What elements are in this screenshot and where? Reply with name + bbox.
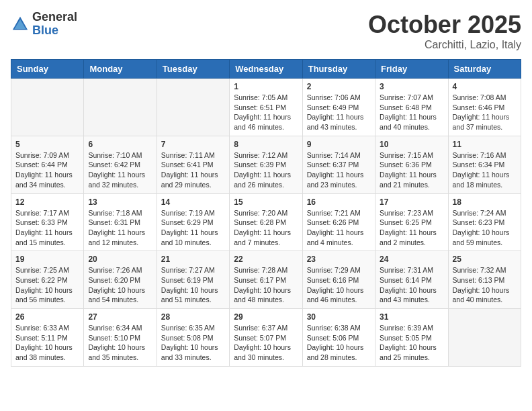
day-header-sunday: Sunday [11,60,84,79]
calendar-cell: 7Sunrise: 7:11 AM Sunset: 6:41 PM Daylig… [157,136,229,193]
calendar-cell: 25Sunrise: 7:32 AM Sunset: 6:13 PM Dayli… [448,251,521,309]
day-number: 15 [234,197,298,207]
day-number: 18 [453,197,517,207]
calendar-cell: 28Sunrise: 6:35 AM Sunset: 5:08 PM Dayli… [157,309,229,367]
month-title: October 2025 [368,11,521,39]
calendar-cell: 19Sunrise: 7:25 AM Sunset: 6:22 PM Dayli… [11,251,84,309]
day-number: 23 [307,255,371,264]
day-info: Sunrise: 6:39 AM Sunset: 5:05 PM Dayligh… [380,323,443,363]
day-number: 1 [234,82,298,91]
day-number: 25 [453,255,517,264]
location: Carchitti, Lazio, Italy [368,39,521,51]
calendar-week-4: 19Sunrise: 7:25 AM Sunset: 6:22 PM Dayli… [11,251,521,309]
day-number: 31 [380,312,443,322]
day-info: Sunrise: 7:16 AM Sunset: 6:34 PM Dayligh… [453,150,517,190]
day-info: Sunrise: 7:19 AM Sunset: 6:29 PM Dayligh… [161,208,225,248]
calendar-cell [84,79,157,136]
day-info: Sunrise: 7:28 AM Sunset: 6:17 PM Dayligh… [234,265,298,305]
day-number: 2 [307,82,371,91]
calendar-week-2: 5Sunrise: 7:09 AM Sunset: 6:44 PM Daylig… [11,136,521,193]
day-number: 6 [88,140,152,149]
day-number: 9 [307,140,371,149]
day-info: Sunrise: 7:31 AM Sunset: 6:14 PM Dayligh… [380,265,443,305]
day-info: Sunrise: 6:34 AM Sunset: 5:10 PM Dayligh… [88,323,152,363]
calendar-cell: 14Sunrise: 7:19 AM Sunset: 6:29 PM Dayli… [157,193,229,251]
logo-icon [11,15,30,34]
day-header-friday: Friday [375,60,448,79]
day-info: Sunrise: 6:33 AM Sunset: 5:11 PM Dayligh… [15,323,79,363]
calendar-cell: 12Sunrise: 7:17 AM Sunset: 6:33 PM Dayli… [11,193,84,251]
day-header-monday: Monday [84,60,157,79]
day-info: Sunrise: 7:11 AM Sunset: 6:41 PM Dayligh… [161,150,225,190]
day-number: 5 [15,140,79,149]
logo-general: General [32,11,77,24]
day-info: Sunrise: 7:23 AM Sunset: 6:25 PM Dayligh… [380,208,443,248]
day-header-wednesday: Wednesday [230,60,302,79]
day-number: 4 [453,82,517,91]
calendar-cell: 21Sunrise: 7:27 AM Sunset: 6:19 PM Dayli… [157,251,229,309]
calendar-cell: 1Sunrise: 7:05 AM Sunset: 6:51 PM Daylig… [230,79,302,136]
calendar-cell: 2Sunrise: 7:06 AM Sunset: 6:49 PM Daylig… [302,79,375,136]
day-info: Sunrise: 6:38 AM Sunset: 5:06 PM Dayligh… [307,323,371,363]
logo-text: General Blue [32,11,77,38]
day-info: Sunrise: 7:26 AM Sunset: 6:20 PM Dayligh… [88,265,152,305]
calendar-cell [448,309,521,367]
day-info: Sunrise: 7:32 AM Sunset: 6:13 PM Dayligh… [453,265,517,305]
day-number: 11 [453,140,517,149]
day-info: Sunrise: 7:15 AM Sunset: 6:36 PM Dayligh… [380,150,443,190]
calendar-cell: 13Sunrise: 7:18 AM Sunset: 6:31 PM Dayli… [84,193,157,251]
calendar-cell: 23Sunrise: 7:29 AM Sunset: 6:16 PM Dayli… [302,251,375,309]
calendar-cell: 10Sunrise: 7:15 AM Sunset: 6:36 PM Dayli… [375,136,448,193]
day-info: Sunrise: 7:06 AM Sunset: 6:49 PM Dayligh… [307,93,371,132]
calendar: SundayMondayTuesdayWednesdayThursdayFrid… [11,59,521,367]
calendar-cell: 17Sunrise: 7:23 AM Sunset: 6:25 PM Dayli… [375,193,448,251]
page-header: General Blue October 2025 Carchitti, Laz… [11,11,521,51]
calendar-cell [157,79,229,136]
day-info: Sunrise: 7:05 AM Sunset: 6:51 PM Dayligh… [234,93,298,132]
calendar-cell: 22Sunrise: 7:28 AM Sunset: 6:17 PM Dayli… [230,251,302,309]
calendar-cell: 9Sunrise: 7:14 AM Sunset: 6:37 PM Daylig… [302,136,375,193]
day-number: 20 [88,255,152,264]
day-number: 3 [380,82,443,91]
day-info: Sunrise: 7:24 AM Sunset: 6:23 PM Dayligh… [453,208,517,248]
day-info: Sunrise: 7:25 AM Sunset: 6:22 PM Dayligh… [15,265,79,305]
day-info: Sunrise: 7:17 AM Sunset: 6:33 PM Dayligh… [15,208,79,248]
day-info: Sunrise: 7:09 AM Sunset: 6:44 PM Dayligh… [15,150,79,190]
day-header-thursday: Thursday [302,60,375,79]
day-info: Sunrise: 7:07 AM Sunset: 6:48 PM Dayligh… [380,93,443,132]
calendar-cell: 24Sunrise: 7:31 AM Sunset: 6:14 PM Dayli… [375,251,448,309]
calendar-cell: 5Sunrise: 7:09 AM Sunset: 6:44 PM Daylig… [11,136,84,193]
day-number: 26 [15,312,79,322]
calendar-cell: 26Sunrise: 6:33 AM Sunset: 5:11 PM Dayli… [11,309,84,367]
calendar-cell: 11Sunrise: 7:16 AM Sunset: 6:34 PM Dayli… [448,136,521,193]
day-number: 16 [307,197,371,207]
day-info: Sunrise: 6:37 AM Sunset: 5:07 PM Dayligh… [234,323,298,363]
calendar-cell: 18Sunrise: 7:24 AM Sunset: 6:23 PM Dayli… [448,193,521,251]
calendar-cell: 15Sunrise: 7:20 AM Sunset: 6:28 PM Dayli… [230,193,302,251]
calendar-cell: 29Sunrise: 6:37 AM Sunset: 5:07 PM Dayli… [230,309,302,367]
day-info: Sunrise: 7:20 AM Sunset: 6:28 PM Dayligh… [234,208,298,248]
day-header-tuesday: Tuesday [157,60,229,79]
logo: General Blue [11,11,77,38]
calendar-cell: 27Sunrise: 6:34 AM Sunset: 5:10 PM Dayli… [84,309,157,367]
calendar-week-1: 1Sunrise: 7:05 AM Sunset: 6:51 PM Daylig… [11,79,521,136]
day-info: Sunrise: 7:27 AM Sunset: 6:19 PM Dayligh… [161,265,225,305]
day-info: Sunrise: 7:10 AM Sunset: 6:42 PM Dayligh… [88,150,152,190]
day-number: 27 [88,312,152,322]
day-number: 21 [161,255,225,264]
day-number: 22 [234,255,298,264]
calendar-header-row: SundayMondayTuesdayWednesdayThursdayFrid… [11,60,521,79]
day-info: Sunrise: 7:21 AM Sunset: 6:26 PM Dayligh… [307,208,371,248]
calendar-cell: 16Sunrise: 7:21 AM Sunset: 6:26 PM Dayli… [302,193,375,251]
calendar-cell: 6Sunrise: 7:10 AM Sunset: 6:42 PM Daylig… [84,136,157,193]
calendar-cell: 31Sunrise: 6:39 AM Sunset: 5:05 PM Dayli… [375,309,448,367]
day-number: 29 [234,312,298,322]
day-info: Sunrise: 7:08 AM Sunset: 6:46 PM Dayligh… [453,93,517,132]
title-block: October 2025 Carchitti, Lazio, Italy [368,11,521,51]
day-header-saturday: Saturday [448,60,521,79]
calendar-cell: 4Sunrise: 7:08 AM Sunset: 6:46 PM Daylig… [448,79,521,136]
day-number: 14 [161,197,225,207]
calendar-week-5: 26Sunrise: 6:33 AM Sunset: 5:11 PM Dayli… [11,309,521,367]
day-number: 24 [380,255,443,264]
day-number: 8 [234,140,298,149]
